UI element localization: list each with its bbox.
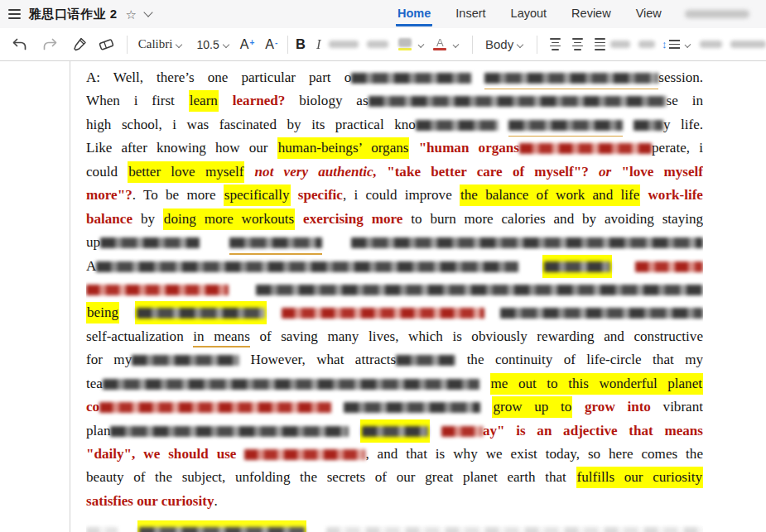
doc-line: balance by doing more workouts exercisin…: [86, 208, 703, 231]
redacted-text: [256, 285, 703, 295]
text-run: Like after knowing how our: [86, 140, 267, 156]
star-icon[interactable]: ☆: [126, 8, 137, 21]
toolbar-divider: [127, 36, 128, 54]
text-run: plan: [86, 423, 110, 439]
toolbar-divider: [472, 36, 473, 54]
text-run: learned?: [233, 93, 286, 108]
align-center-icon[interactable]: [572, 38, 583, 50]
text-run: being: [86, 302, 119, 324]
text-run: me out to this wonderful planet: [490, 373, 704, 395]
redacted-text: [96, 261, 518, 272]
text-run: A: Well, there’s one particular part o: [86, 69, 351, 85]
text-run: not very authentic,: [255, 164, 377, 180]
redacted-control[interactable]: [730, 41, 766, 48]
redacted-text: [244, 449, 365, 460]
doc-line: more"?. To be more specifically specific…: [86, 184, 703, 207]
redacted-tab[interactable]: [685, 10, 749, 18]
eraser-icon[interactable]: [98, 37, 115, 51]
text-run: vibrant: [663, 399, 703, 415]
tab-layout[interactable]: Layout: [509, 2, 549, 26]
redacted-text: [396, 355, 455, 366]
text-run: ay" is an adjective that means: [483, 423, 703, 439]
doc-line: beauty of the subject, unfolding the sec…: [86, 466, 703, 489]
redacted-text: [360, 419, 430, 443]
style-dropdown[interactable]: Body: [485, 37, 523, 51]
redacted-control[interactable]: [638, 41, 655, 48]
tab-home[interactable]: Home: [396, 2, 432, 26]
font-size-dropdown[interactable]: 10.5: [196, 38, 228, 51]
tab-review[interactable]: Review: [570, 2, 613, 26]
doc-line: co grow up to grow into vibrant: [86, 395, 703, 419]
text-run: . To be more: [132, 187, 216, 203]
ribbon-tabs: Home Insert Layout Review View: [396, 0, 749, 28]
font-color-dropdown-icon[interactable]: [453, 41, 460, 48]
redo-icon[interactable]: [42, 38, 58, 51]
align-left-icon[interactable]: [550, 38, 561, 50]
redacted-text: [351, 73, 471, 84]
text-run: in means: [193, 328, 250, 347]
text-run: perate, i: [652, 140, 703, 156]
redacted-control[interactable]: [367, 41, 388, 48]
undo-icon[interactable]: [12, 38, 27, 51]
redacted-text: [229, 237, 322, 254]
line-spacing-icon[interactable]: ↕: [662, 39, 681, 50]
font-name-dropdown[interactable]: Calibri: [138, 37, 182, 51]
hamburger-icon[interactable]: [8, 9, 21, 18]
doc-line: A: [86, 255, 703, 278]
redacted-text: [137, 520, 306, 532]
shrink-font-icon[interactable]: A-: [265, 37, 277, 52]
text-run: learn: [189, 90, 219, 112]
doc-line: [86, 278, 703, 301]
text-run: "daily", we should use: [86, 446, 236, 462]
doc-line: "daily", we should use , and that is why…: [86, 443, 703, 466]
redacted-text: [110, 426, 349, 437]
line-spacing-dropdown-icon[interactable]: [685, 41, 691, 48]
text-run: by: [141, 211, 155, 227]
redacted-text: [500, 308, 703, 319]
doc-line: [86, 520, 703, 532]
text-run: the continuity of life-circle that my: [467, 352, 703, 367]
highlighter-dropdown-icon[interactable]: [418, 41, 425, 48]
redacted-text: [416, 120, 499, 131]
text-run: A: [86, 258, 96, 274]
redacted-text: [132, 355, 239, 366]
tab-insert[interactable]: Insert: [454, 2, 487, 26]
text-run: for my: [86, 352, 132, 367]
redacted-text: [135, 301, 267, 324]
highlighter-icon[interactable]: [398, 38, 412, 51]
align-justify-icon[interactable]: [595, 38, 605, 50]
text-run: balance: [86, 211, 132, 227]
text-run: When i first: [86, 93, 175, 108]
text-run: specifically: [224, 185, 291, 206]
redacted-control[interactable]: [329, 41, 359, 48]
redacted-control[interactable]: [610, 41, 629, 48]
text-run: "love myself: [621, 164, 703, 180]
chevron-down-icon[interactable]: [143, 7, 152, 17]
font-color-icon[interactable]: A: [433, 38, 446, 51]
redacted-text: [441, 426, 483, 437]
text-run: co: [86, 399, 99, 415]
redacted-text: [103, 379, 479, 390]
tab-view[interactable]: View: [634, 2, 663, 26]
format-painter-icon[interactable]: [71, 37, 87, 52]
page-left-edge: [70, 61, 70, 532]
redacted-text: [344, 402, 480, 413]
doc-line: for my However, what attracts the contin…: [86, 348, 703, 371]
redacted-text: [86, 285, 229, 295]
doc-line: being: [86, 301, 703, 324]
text-run: biology as: [299, 93, 368, 108]
redacted-control[interactable]: [700, 41, 721, 48]
text-run: se in: [667, 93, 703, 108]
italic-icon[interactable]: I: [316, 36, 321, 53]
text-run: up: [86, 234, 100, 250]
text-run: of saving many lives, which is obviously…: [259, 328, 703, 344]
text-run: grow into: [585, 399, 651, 415]
doc-line: plan ay" is an adjective that means: [86, 419, 703, 443]
text-run: satisfies our curiosity: [86, 493, 214, 509]
text-run: specific: [298, 187, 343, 203]
document-text[interactable]: A: Well, there’s one particular part o s…: [86, 66, 703, 532]
doc-line: When i first learn learned? biology asse…: [86, 89, 703, 113]
bold-icon[interactable]: B: [296, 36, 306, 52]
text-run: better love myself: [128, 161, 244, 183]
grow-font-icon[interactable]: A+: [240, 37, 254, 52]
